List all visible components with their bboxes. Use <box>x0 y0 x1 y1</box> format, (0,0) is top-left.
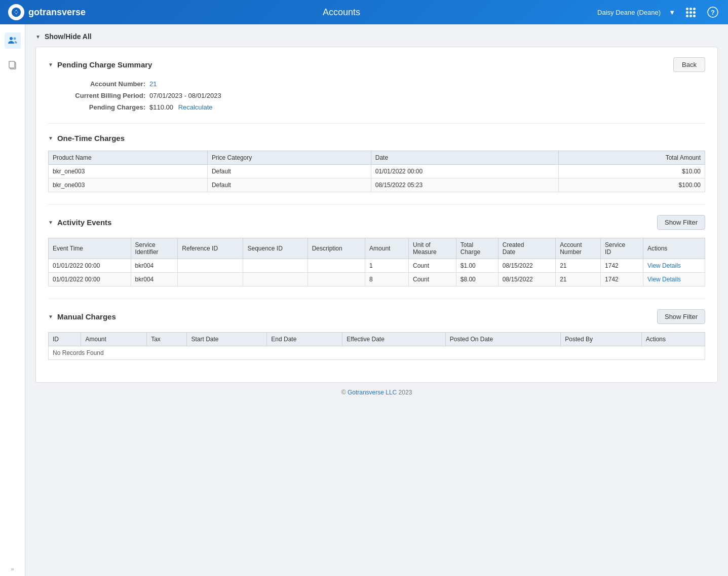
section-divider-3 <box>48 299 705 299</box>
col-service-identifier: ServiceIdentifier <box>131 238 178 259</box>
svg-text:?: ? <box>711 9 715 16</box>
top-navigation: gotransverse Accounts Daisy Deane (Deane… <box>0 0 728 24</box>
help-icon[interactable]: ? <box>706 5 720 19</box>
one-time-charges-section: ▼ One-Time Charges Product Name Price Ca… <box>48 134 705 192</box>
cell-product-name: bkr_one003 <box>49 165 208 178</box>
cell-unit-of-measure: Count <box>409 259 456 273</box>
cell-actions[interactable]: View Details <box>643 273 705 286</box>
cell-unit-of-measure: Count <box>409 273 456 286</box>
show-hide-label: Show/Hide All <box>45 32 92 41</box>
col-created-date: CreatedDate <box>498 238 555 259</box>
one-time-charges-table: Product Name Price Category Date Total A… <box>48 151 705 192</box>
cell-account-number: 21 <box>556 273 601 286</box>
copyright-symbol: © <box>341 389 346 396</box>
cell-sequence-id <box>243 259 308 273</box>
no-records-text: No Records Found <box>49 346 705 360</box>
col-reference-id: Reference ID <box>178 238 243 259</box>
manual-charges-show-filter-button[interactable]: Show Filter <box>657 309 705 324</box>
col-tax: Tax <box>147 333 187 346</box>
view-details-link[interactable]: View Details <box>647 276 681 283</box>
cell-event-time: 01/01/2022 00:00 <box>49 273 131 286</box>
cell-service-identifier: bkr004 <box>131 273 178 286</box>
activity-events-show-filter-button[interactable]: Show Filter <box>657 215 705 230</box>
account-info-grid: Account Number: 21 Current Billing Perio… <box>48 80 705 111</box>
show-hide-all[interactable]: ▼ Show/Hide All <box>35 32 718 41</box>
sidebar: » <box>0 24 25 576</box>
col-account-number: AccountNumber <box>556 238 601 259</box>
table-row: No Records Found <box>49 346 705 360</box>
company-link[interactable]: Gotransverse LLC <box>348 389 397 396</box>
col-actions: Actions <box>641 333 705 346</box>
sidebar-icon-copy[interactable] <box>5 57 21 73</box>
table-row: 01/01/2022 00:00 bkr004 8 Count $8.00 08… <box>49 273 705 286</box>
one-time-charges-title: ▼ One-Time Charges <box>48 134 125 142</box>
sidebar-icon-users[interactable] <box>5 32 21 49</box>
cell-account-number: 21 <box>556 259 601 273</box>
col-amount: Amount <box>365 238 409 259</box>
col-posted-by: Posted By <box>561 333 641 346</box>
recalculate-link[interactable]: Recalculate <box>178 103 213 111</box>
grid-icon[interactable] <box>683 5 698 19</box>
dropdown-arrow-icon: ▼ <box>669 9 675 16</box>
col-id: ID <box>49 333 81 346</box>
pending-charges-value: $110.00 Recalculate <box>149 103 213 111</box>
col-posted-on-date: Posted On Date <box>445 333 561 346</box>
pending-charge-summary-title: ▼ Pending Charge Summary <box>48 60 152 69</box>
col-total-charge: TotalCharge <box>456 238 498 259</box>
manual-charges-table: ID Amount Tax Start Date End Date Effect… <box>48 332 705 360</box>
user-menu[interactable]: Daisy Deane (Deane) <box>597 9 661 16</box>
svg-point-5 <box>13 38 16 40</box>
col-date: Date <box>371 151 558 165</box>
cell-reference-id <box>178 273 243 286</box>
col-effective-date: Effective Date <box>342 333 445 346</box>
col-event-time: Event Time <box>49 238 131 259</box>
cell-created-date: 08/15/2022 <box>498 259 555 273</box>
cell-total-amount: $10.00 <box>558 165 705 178</box>
cell-price-category: Default <box>207 165 371 178</box>
section-triangle-icon-4: ▼ <box>48 314 53 319</box>
col-actions: Actions <box>643 238 705 259</box>
table-row: 01/01/2022 00:00 bkr004 1 Count $1.00 08… <box>49 259 705 273</box>
col-total-amount: Total Amount <box>558 151 705 165</box>
account-number-link[interactable]: 21 <box>149 80 157 88</box>
col-product-name: Product Name <box>49 151 208 165</box>
table-row: bkr_one003 Default 01/01/2022 00:00 $10.… <box>49 165 705 178</box>
activity-events-body: 01/01/2022 00:00 bkr004 1 Count $1.00 08… <box>49 259 705 286</box>
pending-charges-label: Pending Charges: <box>48 103 149 111</box>
activity-events-title: ▼ Activity Events <box>48 218 111 227</box>
cell-service-identifier: bkr004 <box>131 259 178 273</box>
cell-total-charge: $1.00 <box>456 259 498 273</box>
activity-events-table: Event Time ServiceIdentifier Reference I… <box>48 238 705 286</box>
activity-events-section: ▼ Activity Events Show Filter Event Time… <box>48 215 705 286</box>
pending-charges-row: Pending Charges: $110.00 Recalculate <box>48 103 705 111</box>
sidebar-expand-button[interactable]: » <box>11 566 14 572</box>
svg-point-4 <box>10 37 13 40</box>
svg-point-1 <box>15 11 18 14</box>
cell-date: 08/15/2022 05:23 <box>371 178 558 192</box>
cell-service-id: 1742 <box>601 273 643 286</box>
logo-icon <box>8 4 24 20</box>
logo-text: gotransverse <box>28 7 86 18</box>
footer: © Gotransverse LLC 2023 <box>35 383 718 402</box>
col-amount: Amount <box>81 333 147 346</box>
cell-actions[interactable]: View Details <box>643 259 705 273</box>
top-nav-right: Daisy Deane (Deane) ▼ ? <box>597 5 720 19</box>
logo[interactable]: gotransverse <box>8 4 86 20</box>
section-divider-2 <box>48 204 705 205</box>
back-button[interactable]: Back <box>673 57 705 72</box>
cell-service-id: 1742 <box>601 259 643 273</box>
col-service-id: ServiceID <box>601 238 643 259</box>
view-details-link[interactable]: View Details <box>647 262 681 269</box>
table-row: bkr_one003 Default 08/15/2022 05:23 $100… <box>49 178 705 192</box>
manual-charges-header-row: ID Amount Tax Start Date End Date Effect… <box>49 333 705 346</box>
account-number-value: 21 <box>149 80 157 88</box>
svg-rect-7 <box>9 61 15 68</box>
one-time-charges-body: bkr_one003 Default 01/01/2022 00:00 $10.… <box>49 165 705 192</box>
activity-events-header-row: Event Time ServiceIdentifier Reference I… <box>49 238 705 259</box>
account-number-row: Account Number: 21 <box>48 80 705 88</box>
col-start-date: Start Date <box>187 333 267 346</box>
main-card: ▼ Pending Charge Summary Back Account Nu… <box>35 47 718 383</box>
cell-description <box>308 273 365 286</box>
cell-description <box>308 259 365 273</box>
section-divider-1 <box>48 123 705 124</box>
